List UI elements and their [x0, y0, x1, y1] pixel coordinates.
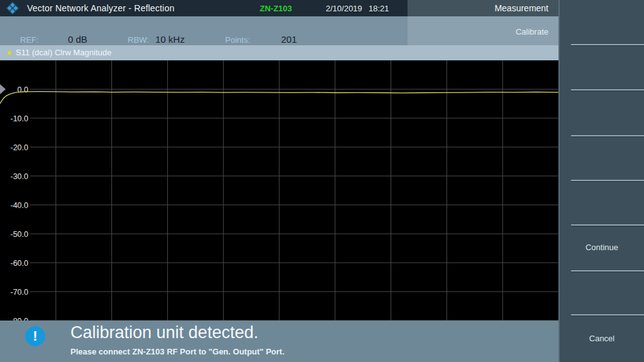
- softkey-4: [560, 135, 644, 180]
- settings-bar: REF: 0 dB RBW: 10 kHz Points: 201: [0, 16, 408, 45]
- softkey-7: [560, 270, 644, 314]
- softkey-sidebar: ContinueCancel: [558, 0, 644, 362]
- ref-label: REF:: [20, 35, 39, 45]
- cancel-button[interactable]: Cancel: [560, 314, 644, 362]
- y-tick-label: -40.0: [11, 201, 29, 210]
- softkey-label: Cancel: [589, 334, 614, 343]
- notification-message: Please connect ZN-Z103 RF Port to "Gen. …: [70, 347, 284, 356]
- notification-bar: ! Calibration unit detected. Please conn…: [0, 321, 558, 362]
- rbw-label: RBW:: [128, 35, 149, 45]
- time-display: 18:21: [369, 4, 389, 13]
- trace-label: S11 (dcal) Clrw Magnitude: [16, 48, 111, 57]
- calibrate-button[interactable]: Calibrate: [408, 16, 558, 45]
- y-tick-label: -70.0: [11, 288, 29, 297]
- y-tick-label: 0.0: [18, 85, 28, 94]
- device-name: ZN-Z103: [260, 4, 292, 13]
- softkey-1: [560, 0, 644, 44]
- notification-title: Calibration unit detected.: [70, 323, 258, 343]
- ref-value[interactable]: 0 dB: [68, 34, 87, 45]
- softkey-label: Continue: [586, 243, 618, 252]
- y-tick-label: -10.0: [11, 114, 29, 123]
- menu-title-measurement[interactable]: Measurement: [408, 0, 558, 16]
- softkey-3: [560, 89, 644, 135]
- softkey-2: [560, 44, 644, 89]
- y-tick-label: -30.0: [11, 172, 29, 181]
- page-title: Vector Network Analyzer - Reflection: [27, 3, 174, 13]
- vna-screen: Vector Network Analyzer - Reflection ZN-…: [0, 0, 644, 362]
- continue-button[interactable]: Continue: [560, 224, 644, 270]
- trace-display: 0.0-10.0-20.0-30.0-40.0-50.0-60.0-70.0-8…: [0, 60, 558, 321]
- y-tick-label: -50.0: [11, 230, 29, 239]
- trace-label-bar[interactable]: S11 (dcal) Clrw Magnitude: [0, 45, 558, 60]
- rs-logo-icon: [6, 1, 19, 15]
- points-value[interactable]: 201: [281, 34, 297, 45]
- titlebar: Vector Network Analyzer - Reflection ZN-…: [0, 0, 408, 16]
- trace-color-dot-icon: [8, 51, 11, 55]
- softkey-5: [560, 180, 644, 224]
- info-icon: !: [25, 326, 45, 346]
- y-tick-label: -60.0: [11, 259, 29, 268]
- points-label: Points:: [225, 35, 250, 45]
- rbw-value[interactable]: 10 kHz: [155, 34, 185, 45]
- date-display: 2/10/2019: [326, 4, 362, 13]
- y-tick-label: -20.0: [11, 143, 29, 152]
